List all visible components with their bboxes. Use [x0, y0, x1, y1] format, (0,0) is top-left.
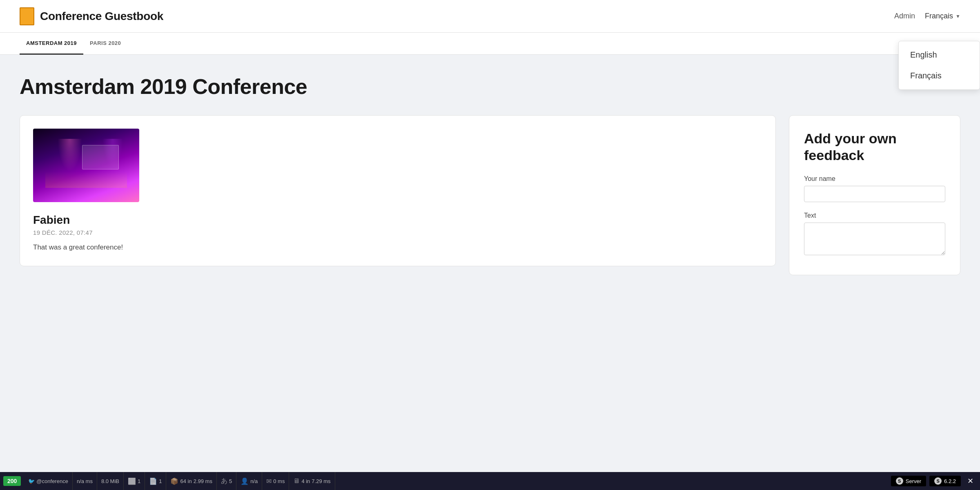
route-label: @conference — [36, 478, 68, 484]
server-count: 4 in — [301, 478, 310, 484]
debug-server[interactable]: 🖥 4 in 7.29 ms — [289, 472, 335, 490]
user-icon: 👤 — [241, 477, 249, 485]
nav-tabs: AMSTERDAM 2019 PARIS 2020 — [0, 33, 980, 55]
files-count: 1 — [159, 478, 162, 484]
text-field-group: Text — [804, 212, 945, 257]
db-count: 1 — [138, 478, 140, 484]
query-label: n/a ms — [77, 478, 93, 484]
sf-version-logo-icon: S — [934, 477, 942, 485]
debug-user[interactable]: 👤 n/a — [236, 472, 262, 490]
dropdown-arrow-icon: ▼ — [956, 13, 960, 19]
name-label: Your name — [804, 175, 945, 183]
files-icon: 📄 — [149, 477, 157, 485]
email-icon: ✉ — [266, 477, 272, 485]
content-grid: Fabien 19 DÉC. 2022, 07:47 That was a gr… — [20, 115, 960, 275]
main-content: Amsterdam 2019 Conference Fabien 19 DÉC.… — [0, 55, 980, 308]
trans-icon: あ — [221, 477, 227, 486]
logo-icon — [20, 7, 34, 25]
entry-author: Fabien — [33, 214, 762, 227]
feedback-panel: Add your own feedback Your name Text — [789, 115, 960, 275]
text-label: Text — [804, 212, 945, 219]
current-language: Français — [925, 12, 953, 20]
debug-memory[interactable]: 8.0 MiB — [97, 472, 124, 490]
memory-label: 8.0 MiB — [101, 478, 119, 484]
sf-version-badge[interactable]: S 6.2.2 — [929, 476, 961, 486]
text-input[interactable] — [804, 223, 945, 255]
feedback-title: Add your own feedback — [804, 130, 945, 164]
cache-icon: 📦 — [170, 477, 178, 485]
brand: Conference Guestbook — [20, 7, 163, 25]
debug-route[interactable]: 🐦 @conference — [24, 472, 73, 490]
language-menu: English Français — [898, 41, 980, 90]
page-title: Amsterdam 2019 Conference — [20, 74, 960, 99]
trans-count: 5 — [229, 478, 232, 484]
debug-right: S Server S 6.2.2 ✕ — [891, 476, 977, 486]
admin-link[interactable]: Admin — [894, 12, 915, 20]
sf-server-label: Server — [906, 478, 921, 484]
email-time: 0 ms — [273, 478, 285, 484]
language-dropdown[interactable]: Français ▼ — [925, 12, 960, 20]
status-badge: 200 — [3, 476, 21, 486]
tab-paris-2020[interactable]: PARIS 2020 — [83, 33, 127, 55]
header: Conference Guestbook Admin Français ▼ — [0, 0, 980, 33]
sf-server-badge[interactable]: S Server — [891, 476, 926, 486]
sf-version-label: 6.2.2 — [944, 478, 956, 484]
sf-logo-icon: S — [896, 477, 903, 485]
debug-query-time[interactable]: n/a ms — [73, 472, 97, 490]
debug-trans[interactable]: あ 5 — [217, 472, 236, 490]
server-time: 7.29 ms — [312, 478, 330, 484]
cache-label: 64 in — [180, 478, 192, 484]
debug-files[interactable]: 📄 1 — [145, 472, 166, 490]
db-icon: ⬜ — [128, 477, 136, 485]
route-icon: 🐦 — [28, 478, 35, 484]
debug-cache[interactable]: 📦 64 in 2.99 ms — [166, 472, 216, 490]
user-label: n/a — [250, 478, 258, 484]
name-field-group: Your name — [804, 175, 945, 210]
entry-date: 19 DÉC. 2022, 07:47 — [33, 229, 762, 236]
language-option-francais[interactable]: Français — [899, 65, 980, 86]
entry-text: That was a great conference! — [33, 242, 762, 253]
conference-image — [33, 129, 139, 202]
app-title: Conference Guestbook — [40, 10, 163, 23]
debug-close-button[interactable]: ✕ — [964, 477, 977, 486]
debug-email[interactable]: ✉ 0 ms — [262, 472, 289, 490]
debug-toolbar: 200 🐦 @conference n/a ms 8.0 MiB ⬜ 1 📄 1… — [0, 472, 980, 490]
cache-time: 2.99 ms — [194, 478, 212, 484]
language-option-english[interactable]: English — [899, 45, 980, 65]
tab-amsterdam-2019[interactable]: AMSTERDAM 2019 — [20, 33, 83, 55]
debug-db[interactable]: ⬜ 1 — [124, 472, 145, 490]
header-actions: Admin Français ▼ — [894, 12, 960, 20]
name-input[interactable] — [804, 186, 945, 202]
entry-card: Fabien 19 DÉC. 2022, 07:47 That was a gr… — [20, 115, 776, 266]
server-icon: 🖥 — [293, 477, 300, 485]
